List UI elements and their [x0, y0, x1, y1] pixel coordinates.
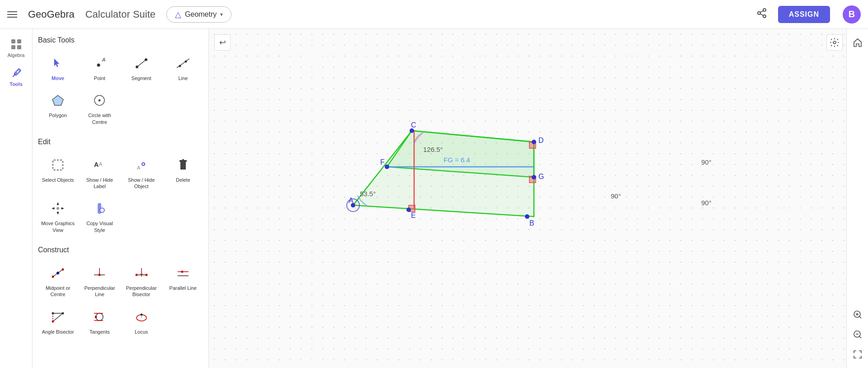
basic-tools-grid: Move A Point: [38, 50, 203, 129]
svg-text:A: A: [137, 165, 141, 170]
main-area: Algebra Tools Basic Tools Move: [0, 29, 868, 368]
edit-tools-grid: Select Objects A A Show / Hide Label: [38, 151, 203, 237]
svg-text:FG = 6.4: FG = 6.4: [443, 156, 470, 164]
tool-tangents[interactable]: Tangents: [80, 303, 119, 339]
tool-tangents-label: Tangents: [90, 329, 110, 335]
tool-move[interactable]: Move: [38, 50, 78, 85]
tool-show-hide-label[interactable]: A A Show / Hide Label: [80, 151, 119, 193]
tool-angle-bisector[interactable]: Angle Bisector: [38, 303, 78, 339]
svg-point-73: [406, 208, 411, 212]
polygon-icon: [48, 90, 68, 110]
share-icon[interactable]: [756, 8, 767, 21]
svg-rect-29: [182, 159, 184, 161]
header: GeoGebra Calculator Suite △ Geometry ▾ A…: [0, 0, 868, 29]
tool-move-view-label: Move Graphics View: [40, 220, 76, 233]
tool-polygon-label: Polygon: [49, 112, 67, 118]
tool-select[interactable]: Select Objects: [38, 151, 78, 193]
svg-point-38: [99, 274, 101, 276]
svg-point-71: [410, 128, 414, 133]
svg-point-44: [145, 274, 147, 276]
tool-delete-label: Delete: [176, 177, 190, 183]
line-icon: [173, 53, 193, 73]
zoom-in-button[interactable]: [849, 307, 866, 323]
sidebar-item-tools[interactable]: Tools: [3, 63, 30, 90]
svg-point-43: [135, 274, 137, 276]
fullscreen-button[interactable]: [849, 346, 866, 363]
tool-midpoint[interactable]: Midpoint or Centre: [38, 259, 78, 302]
move-view-icon: [48, 198, 68, 218]
svg-point-57: [95, 316, 97, 318]
logo: GeoGebra: [28, 9, 75, 20]
app-title: Calculator Suite: [85, 9, 156, 20]
geometry-canvas[interactable]: A B C D E F G 126.5° 53.5° 90° 90° 90° F…: [209, 29, 868, 368]
tool-select-label: Select Objects: [42, 177, 74, 183]
svg-text:A: A: [102, 57, 105, 62]
svg-point-70: [525, 214, 529, 219]
svg-text:G: G: [538, 173, 544, 180]
tool-polygon[interactable]: Polygon: [38, 87, 78, 129]
tool-copy-style[interactable]: Copy Visual Style: [80, 195, 119, 237]
parallel-icon: [173, 263, 193, 283]
point-icon: A: [90, 53, 109, 73]
perp-line-icon: [90, 263, 109, 283]
show-hide-object-icon: A: [132, 155, 151, 175]
home-button[interactable]: [849, 34, 866, 51]
svg-text:90°: 90°: [611, 192, 621, 200]
tool-parallel-label: Parallel Line: [170, 285, 197, 291]
svg-line-35: [53, 269, 63, 277]
tool-move-label: Move: [52, 75, 64, 81]
settings-button-wrap: [826, 34, 843, 51]
svg-line-14: [137, 60, 146, 67]
tool-line-label: Line: [178, 75, 188, 81]
svg-rect-8: [17, 45, 21, 49]
svg-rect-21: [53, 160, 63, 170]
tool-perp-bisector[interactable]: Perpendicular Bisector: [122, 259, 161, 302]
tool-show-hide-object[interactable]: A Show / Hide Object: [122, 151, 161, 193]
tool-line[interactable]: Line: [163, 50, 203, 85]
tool-move-view[interactable]: Move Graphics View: [38, 195, 78, 237]
undo-button[interactable]: ↩: [214, 34, 231, 51]
svg-text:E: E: [411, 212, 416, 219]
tool-perp-line[interactable]: Perpendicular Line: [80, 259, 119, 302]
segment-icon: [132, 53, 151, 73]
tool-perp-bisector-label: Perpendicular Bisector: [123, 285, 160, 298]
geometry-selector[interactable]: △ Geometry ▾: [166, 6, 231, 23]
sidebar-item-algebra[interactable]: Algebra: [3, 34, 30, 61]
tool-point[interactable]: A Point: [80, 50, 119, 85]
svg-point-20: [99, 99, 101, 102]
tool-circle-label: Circle with Centre: [81, 112, 118, 125]
svg-line-15: [177, 59, 189, 68]
move-icon: [48, 53, 68, 73]
tool-locus-label: Locus: [135, 329, 148, 335]
svg-text:90°: 90°: [701, 199, 712, 207]
tool-delete[interactable]: Delete: [163, 151, 203, 193]
user-avatar[interactable]: B: [843, 5, 861, 24]
sidebar-tools-label: Tools: [9, 81, 23, 87]
tool-show-hide-object-label: Show / Hide Object: [123, 177, 160, 190]
svg-line-4: [760, 11, 763, 13]
angle-bisector-icon: [48, 307, 68, 327]
svg-text:A: A: [99, 161, 103, 167]
select-icon: [48, 155, 68, 175]
circle-icon: [90, 90, 109, 110]
svg-marker-63: [353, 131, 534, 217]
svg-text:B: B: [529, 219, 534, 227]
assign-button[interactable]: ASSIGN: [778, 6, 830, 23]
zoom-out-button[interactable]: [849, 326, 866, 343]
svg-rect-5: [11, 39, 15, 43]
chevron-down-icon: ▾: [220, 11, 223, 18]
tool-locus[interactable]: Locus: [122, 303, 161, 339]
svg-text:D: D: [538, 137, 544, 144]
svg-text:A: A: [94, 161, 99, 168]
svg-point-75: [532, 175, 536, 179]
tool-segment[interactable]: Segment: [122, 50, 161, 85]
svg-line-48: [53, 313, 63, 321]
canvas-area[interactable]: ↩: [209, 29, 868, 368]
tool-parallel[interactable]: Parallel Line: [163, 259, 203, 302]
hamburger-menu[interactable]: [7, 11, 17, 18]
tool-circle[interactable]: Circle with Centre: [80, 87, 119, 129]
svg-point-1: [758, 12, 760, 14]
svg-marker-18: [52, 95, 63, 105]
geometry-label: Geometry: [185, 10, 217, 19]
settings-button[interactable]: [826, 34, 843, 51]
